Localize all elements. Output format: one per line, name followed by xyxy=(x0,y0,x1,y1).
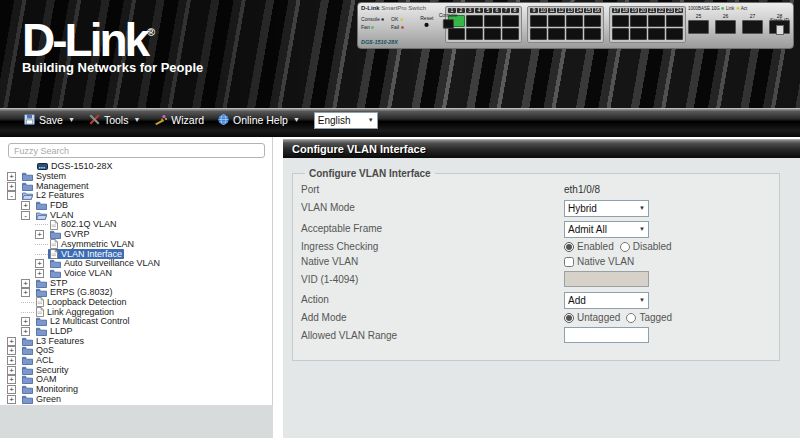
port-7 xyxy=(484,28,501,40)
ingress-enabled-radio[interactable] xyxy=(564,242,574,252)
tree-item-link-aggregation[interactable]: Link Aggregation xyxy=(0,307,272,317)
port-17 xyxy=(612,15,629,27)
port-5 xyxy=(448,28,465,40)
tree-item-voice-vlan[interactable]: +Voice VLAN xyxy=(0,269,272,279)
port-18 xyxy=(630,15,647,27)
console-led xyxy=(381,18,384,21)
port-group-3: 1718192021222324 xyxy=(609,6,686,43)
language-select[interactable]: English xyxy=(314,112,378,129)
wizard-button[interactable]: Wizard xyxy=(154,114,204,126)
tree-item-management[interactable]: +Management xyxy=(0,181,272,191)
native-vlan-checkbox[interactable] xyxy=(564,257,574,267)
tree-item-vlan[interactable]: -VLAN xyxy=(0,210,272,220)
expand-icon[interactable]: + xyxy=(21,279,30,288)
expand-icon[interactable]: + xyxy=(7,395,16,404)
folder-icon xyxy=(22,356,33,365)
expand-icon[interactable]: + xyxy=(7,375,16,384)
tree-item-vlan-interface[interactable]: VLAN Interface xyxy=(0,249,272,259)
online-help-menu[interactable]: Online Help▼ xyxy=(218,114,300,126)
tree-item-fdb[interactable]: +FDB xyxy=(0,201,272,211)
tree-item-gvrp[interactable]: +GVRP xyxy=(0,230,272,240)
caret-down-icon: ▼ xyxy=(293,116,300,123)
port-number-label: 5 xyxy=(484,8,492,13)
ok-led-label: OK xyxy=(391,17,398,23)
expand-icon[interactable]: + xyxy=(7,182,16,191)
doc-icon xyxy=(36,307,44,317)
collapse-icon[interactable]: - xyxy=(7,191,16,200)
tree-item-qos[interactable]: +QoS xyxy=(0,346,272,356)
sfp-legend-label: 1000BASE 10G xyxy=(688,5,720,10)
expand-icon[interactable]: + xyxy=(21,201,30,210)
navigation-tree: DGS-1510-28X+System+Management-L2 Featur… xyxy=(0,161,272,404)
action-row: Action Add xyxy=(301,290,771,309)
native-vlan-row: Native VLAN Native VLAN xyxy=(301,255,771,268)
tree-item-l2-multicast-control[interactable]: +L2 Multicast Control xyxy=(0,317,272,327)
tree-item-green[interactable]: +Green xyxy=(0,395,272,405)
tools-menu[interactable]: Tools▼ xyxy=(89,114,140,126)
add-mode-tagged-radio[interactable] xyxy=(626,313,636,323)
main-panel: Configure VLAN Interface Configure VLAN … xyxy=(283,139,800,438)
expand-icon[interactable]: + xyxy=(35,230,44,239)
port-2 xyxy=(466,15,483,27)
language-select-wrap: English xyxy=(314,110,378,129)
sfp-slot-icon xyxy=(688,20,709,34)
tree-item-stp[interactable]: +STP xyxy=(0,278,272,288)
port-number-label: 13 xyxy=(566,8,574,13)
expand-icon[interactable]: + xyxy=(21,327,30,336)
expand-icon[interactable]: + xyxy=(21,317,30,326)
folder-icon xyxy=(50,269,61,278)
port-number-label: 19 xyxy=(630,8,638,13)
port-8 xyxy=(502,28,519,40)
expand-icon[interactable]: + xyxy=(7,337,16,346)
tree-connector xyxy=(35,244,48,245)
expand-icon[interactable]: + xyxy=(7,366,16,375)
expand-icon[interactable]: + xyxy=(35,259,44,268)
vlan-mode-select[interactable]: Hybrid xyxy=(564,200,649,217)
port-number-label: 7 xyxy=(502,8,510,13)
tree-item-system[interactable]: +System xyxy=(0,172,272,182)
tree-item-lldp[interactable]: +LLDP xyxy=(0,327,272,337)
tree-item-acl[interactable]: +ACL xyxy=(0,356,272,366)
action-select[interactable]: Add xyxy=(564,292,649,309)
port-number-label: 3 xyxy=(466,8,474,13)
expand-icon[interactable]: + xyxy=(7,356,16,365)
tree-item-auto-surveillance-vlan[interactable]: +Auto Surveillance VLAN xyxy=(0,259,272,269)
switch-model-label: DGS-1510-28X xyxy=(361,39,398,45)
tree-item-l2-features[interactable]: -L2 Features xyxy=(0,191,272,201)
tree-item-dgs-1510-28x[interactable]: DGS-1510-28X xyxy=(0,162,272,172)
tree-item-802-1q-vlan[interactable]: 802.1Q VLAN xyxy=(0,220,272,230)
save-menu[interactable]: Save▼ xyxy=(24,114,75,126)
expand-icon[interactable]: + xyxy=(35,269,44,278)
acceptable-frame-select[interactable]: Admit All xyxy=(564,221,649,238)
add-mode-row: Add Mode Untagged Tagged xyxy=(301,311,771,324)
page-header: D-Link® Building Networks for People D-L… xyxy=(0,0,800,108)
collapse-icon[interactable]: - xyxy=(21,211,30,220)
port-number-label: 22 xyxy=(657,8,665,13)
expand-icon[interactable]: + xyxy=(21,288,30,297)
expand-icon[interactable]: + xyxy=(7,172,16,181)
ingress-disabled-radio[interactable] xyxy=(620,242,630,252)
port-value: eth1/0/8 xyxy=(564,184,600,195)
tree-item-monitoring[interactable]: +Monitoring xyxy=(0,385,272,395)
tree-item-l3-features[interactable]: +L3 Features xyxy=(0,336,272,346)
port-number-label: 20 xyxy=(639,8,647,13)
fuzzy-search-input[interactable] xyxy=(8,143,265,158)
folder-icon xyxy=(36,279,47,288)
port-number-label: 15 xyxy=(584,8,592,13)
tree-item-loopback-detection[interactable]: Loopback Detection xyxy=(0,298,272,308)
folder-icon xyxy=(22,182,33,191)
tree-item-oam[interactable]: +OAM xyxy=(0,375,272,385)
expand-icon[interactable]: + xyxy=(7,385,16,394)
add-mode-untagged-radio[interactable] xyxy=(564,313,574,323)
tree-item-erps-g-8032[interactable]: +ERPS (G.8032) xyxy=(0,288,272,298)
tree-item-asymmetric-vlan[interactable]: Asymmetric VLAN xyxy=(0,240,272,250)
expand-icon[interactable]: + xyxy=(7,346,16,355)
allowed-vlan-range-input[interactable] xyxy=(564,327,649,343)
tree-connector xyxy=(21,312,34,313)
tree-item-security[interactable]: +Security xyxy=(0,365,272,375)
port-group-2: 910111213141516 xyxy=(527,6,604,43)
doc-icon xyxy=(50,249,58,259)
group-legend: Configure VLAN Interface xyxy=(305,168,435,179)
port-number-label: 18 xyxy=(621,8,629,13)
port-12 xyxy=(584,15,601,27)
